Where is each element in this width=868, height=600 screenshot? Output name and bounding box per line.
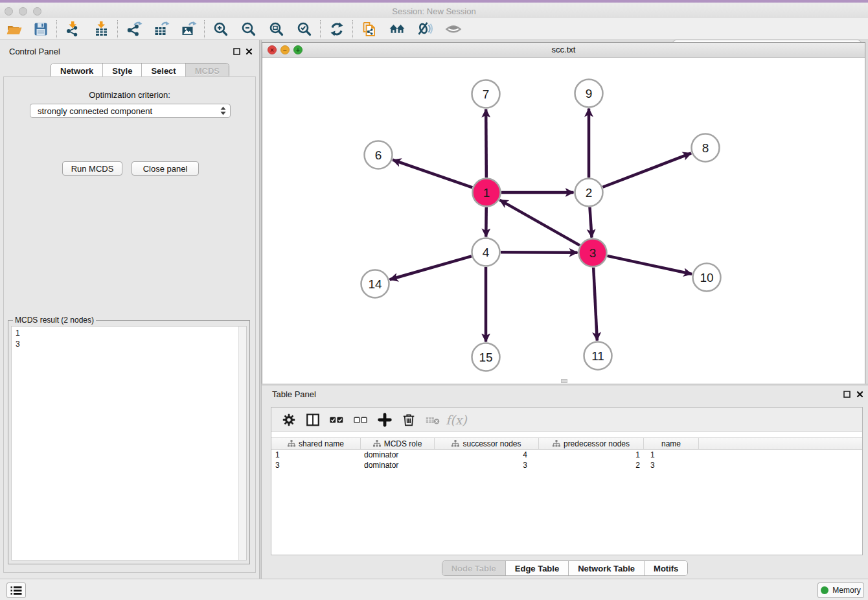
trash-icon — [401, 412, 417, 428]
graph-edge-2-8[interactable] — [602, 153, 691, 187]
graph-edge-1-6[interactable] — [393, 160, 472, 188]
graph-node-label-2: 2 — [586, 186, 593, 200]
node-table: shared name MCDS role — [271, 437, 862, 470]
clone-network-icon — [361, 21, 378, 38]
graph-node-label-15: 15 — [479, 351, 492, 364]
tab-network[interactable]: Network — [51, 63, 102, 78]
graph-node-label-8: 8 — [702, 141, 709, 155]
delete-table-button[interactable] — [420, 410, 444, 430]
close-icon — [856, 391, 863, 398]
result-scrollbar[interactable] — [238, 327, 246, 560]
export-network-button[interactable] — [123, 19, 145, 39]
mcds-result-text[interactable]: 1 3 — [11, 326, 247, 560]
app-window: Session: New Session — [0, 0, 868, 600]
tab-network-table[interactable]: Network Table — [568, 561, 644, 575]
column-hierarchy-icon — [553, 440, 560, 447]
graph-edge-4-3[interactable] — [501, 252, 578, 253]
network-canvas[interactable]: 7968124314101511 — [262, 58, 865, 384]
tab-node-table[interactable]: Node Table — [442, 561, 505, 575]
create-column-button[interactable] — [372, 410, 396, 430]
float-panel-button[interactable] — [233, 47, 241, 56]
clone-network-button[interactable] — [358, 19, 380, 39]
mcds-result-legend: MCDS result (2 nodes) — [13, 316, 96, 325]
graph-edge-2-3[interactable] — [589, 207, 591, 238]
export-image-icon — [180, 21, 197, 38]
open-file-button[interactable] — [3, 19, 25, 39]
import-network-button[interactable] — [62, 19, 84, 39]
node-table-container: f(x) shared name — [271, 407, 863, 555]
column-header-name[interactable]: name — [644, 438, 699, 449]
refresh-button[interactable] — [326, 19, 348, 39]
table-float-button[interactable] — [843, 390, 851, 398]
zoom-in-button[interactable] — [210, 19, 232, 39]
toolbar-separator — [56, 20, 58, 38]
zoom-fit-icon — [268, 21, 285, 38]
zoom-fit-button[interactable] — [266, 19, 288, 39]
export-image-button[interactable] — [177, 19, 200, 39]
save-session-button[interactable] — [30, 19, 52, 39]
select-all-button[interactable] — [325, 410, 348, 430]
network-window-title: scc.txt — [262, 43, 865, 57]
tab-mcds[interactable]: MCDS — [185, 63, 229, 78]
zoom-selected-button[interactable] — [293, 19, 315, 39]
column-header-mcds-role[interactable]: MCDS role — [361, 438, 435, 449]
table-header-row: shared name MCDS role — [271, 437, 862, 450]
checked-boxes-icon — [329, 412, 345, 428]
graph-node-label-14: 14 — [368, 277, 382, 291]
memory-button[interactable]: Memory — [817, 583, 864, 598]
task-history-button[interactable] — [6, 583, 26, 598]
chevron-updown-icon — [220, 106, 226, 115]
column-header-predecessor-nodes[interactable]: predecessor nodes — [539, 438, 644, 449]
close-panel-action-button[interactable]: Close panel — [131, 161, 199, 176]
float-window-icon — [233, 48, 240, 55]
visibility-button[interactable] — [442, 19, 464, 39]
control-panel: Control Panel Network Style Select MCDS … — [0, 40, 259, 579]
run-mcds-button[interactable]: Run MCDS — [62, 161, 122, 176]
visibility-icon — [445, 21, 462, 38]
result-line: 3 — [16, 339, 246, 350]
column-header-shared-name[interactable]: shared name — [271, 438, 361, 449]
zoom-out-button[interactable] — [238, 19, 260, 39]
show-columns-button[interactable] — [301, 410, 325, 430]
network-resize-grip[interactable] — [561, 379, 567, 383]
graph-node-label-4: 4 — [483, 246, 490, 259]
function-builder-button[interactable]: f(x) — [444, 410, 468, 430]
graph-edge-3-10[interactable] — [607, 256, 692, 274]
close-panel-button[interactable] — [245, 47, 253, 56]
table-row[interactable]: 3 dominator 3 2 3 — [271, 460, 862, 470]
save-session-icon — [32, 21, 49, 38]
control-panel-header: Control Panel — [0, 40, 259, 60]
tab-select[interactable]: Select — [141, 63, 185, 78]
export-table-button[interactable] — [150, 19, 172, 39]
list-icon — [10, 584, 23, 596]
graph-edge-3-1[interactable] — [499, 200, 580, 246]
graph-node-label-3: 3 — [589, 246, 597, 260]
home-button[interactable] — [386, 19, 408, 39]
graph-edge-3-11[interactable] — [593, 268, 597, 341]
home-icon — [389, 21, 405, 38]
criterion-select[interactable]: strongly connected component — [30, 104, 231, 118]
tab-style[interactable]: Style — [102, 63, 141, 78]
graph-edge-1-7[interactable] — [486, 109, 486, 178]
tab-motifs[interactable]: Motifs — [644, 561, 687, 575]
float-window-icon — [843, 391, 851, 398]
style-button[interactable] — [414, 19, 436, 39]
deselect-all-button[interactable] — [348, 410, 372, 430]
zoom-in-icon — [212, 21, 229, 38]
table-close-button[interactable] — [856, 390, 864, 398]
zoom-out-icon — [240, 21, 257, 38]
delete-column-button[interactable] — [396, 410, 420, 430]
column-header-successor-nodes[interactable]: successor nodes — [435, 438, 539, 449]
table-row[interactable]: 1 dominator 4 1 1 — [271, 450, 862, 460]
fx-icon: f(x) — [446, 413, 467, 427]
import-table-icon — [93, 21, 110, 38]
table-settings-button[interactable] — [277, 410, 301, 430]
toolbar-separator — [204, 20, 205, 38]
gear-icon — [281, 412, 297, 428]
tab-edge-table[interactable]: Edge Table — [505, 561, 568, 575]
network-window-titlebar: × − + scc.txt — [262, 43, 865, 58]
import-table-button[interactable] — [91, 19, 113, 39]
optimization-criterion-label: Optimization criterion: — [4, 90, 255, 100]
graph-edge-4-14[interactable] — [390, 256, 472, 279]
column-hierarchy-icon — [288, 440, 295, 447]
